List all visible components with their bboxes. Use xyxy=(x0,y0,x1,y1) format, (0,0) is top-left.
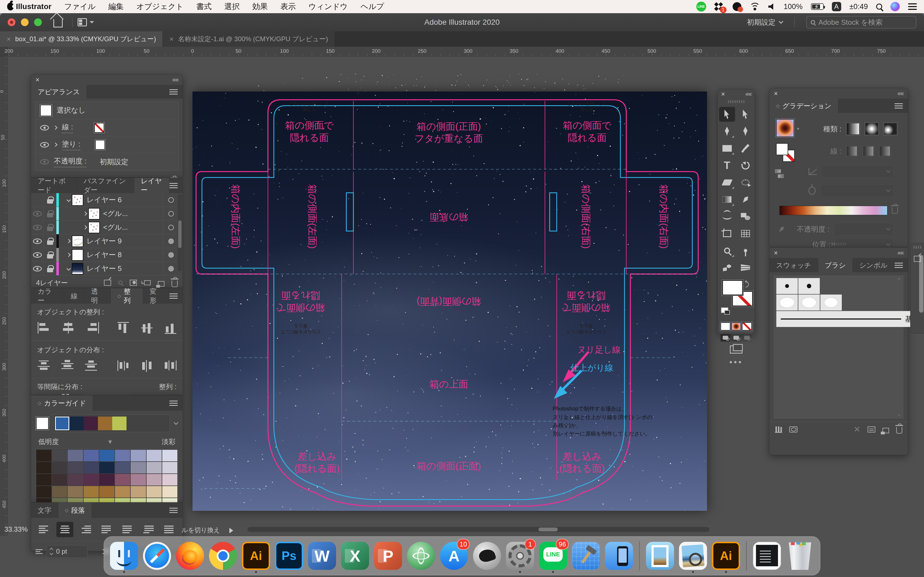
variation-swatch-1-2[interactable] xyxy=(68,462,83,474)
perspective-grid-tool[interactable] xyxy=(738,226,753,241)
battery-icon[interactable]: ⚡ xyxy=(811,3,824,10)
delete-stop-icon[interactable] xyxy=(892,207,898,214)
powerpoint-dock-icon[interactable]: P xyxy=(373,539,402,572)
direct-selection-tool[interactable] xyxy=(738,107,753,122)
safari-dock-icon[interactable] xyxy=(142,539,171,572)
layer-thumbnail[interactable] xyxy=(72,263,83,274)
variation-swatch-2-0[interactable] xyxy=(36,474,52,485)
variation-swatch-0-1[interactable] xyxy=(52,450,67,461)
gradient-menu-chevron[interactable]: ▾ xyxy=(797,126,799,131)
tab-artboards[interactable]: アートボード xyxy=(31,178,77,193)
variation-swatch-2-8[interactable] xyxy=(162,474,178,485)
stroke-none-swatch[interactable] xyxy=(94,123,104,133)
layer-target-icon[interactable] xyxy=(168,239,174,244)
menu-item-5[interactable]: 選択 xyxy=(225,2,240,12)
layer-lock-icon[interactable] xyxy=(47,199,53,204)
vertical-scrollbar[interactable] xyxy=(919,255,924,313)
menu-item-8[interactable]: ウィンドウ xyxy=(309,2,348,12)
vertical-ruler[interactable]: 050100150200250300350400450 xyxy=(0,56,8,536)
layer-target-icon[interactable] xyxy=(168,225,174,230)
wifi-icon[interactable] xyxy=(750,3,760,10)
variation-swatch-1-5[interactable] xyxy=(115,462,130,474)
layer-thumbnail[interactable] xyxy=(88,222,100,233)
harmony-rules-chevron[interactable] xyxy=(174,421,178,425)
adobe-stock-search-input[interactable]: Adobe Stock を検索 xyxy=(806,16,916,29)
zoom-window-button[interactable] xyxy=(34,18,42,26)
document-window-dock-icon[interactable] xyxy=(753,539,782,572)
symbol-tool[interactable] xyxy=(719,260,735,275)
distribute-bottom-icon[interactable] xyxy=(84,359,100,372)
tab-変形[interactable]: 変形 xyxy=(143,288,170,304)
layer-visibility-eye-icon[interactable] xyxy=(33,252,42,258)
paintbrush-tool[interactable] xyxy=(738,141,753,156)
brush-libraries-icon[interactable] xyxy=(775,426,782,433)
variation-swatch-3-4[interactable] xyxy=(99,486,115,498)
variation-swatch-1-3[interactable] xyxy=(84,462,99,474)
panel-menu-icon[interactable] xyxy=(170,288,183,304)
variation-swatch-2-3[interactable] xyxy=(84,474,99,485)
stroke-along-button[interactable] xyxy=(863,145,874,157)
spotlight-icon[interactable] xyxy=(876,3,882,10)
variation-swatch-0-2[interactable] xyxy=(68,450,83,461)
draw-normal-mode[interactable] xyxy=(720,334,730,342)
edit-toolbar-icon[interactable]: ••• xyxy=(718,355,754,370)
variation-swatch-0-3[interactable] xyxy=(84,450,99,461)
mail-dock-icon[interactable] xyxy=(645,539,675,572)
menu-item-7[interactable]: 表示 xyxy=(281,2,296,12)
stroke-across-button[interactable] xyxy=(879,145,891,157)
layer-target-icon[interactable] xyxy=(168,197,174,203)
harmony-colors-strip[interactable] xyxy=(53,414,170,432)
stroke-within-button[interactable] xyxy=(846,145,858,157)
fill-swatch[interactable] xyxy=(722,280,743,295)
reverse-gradient-icon[interactable] xyxy=(775,169,784,178)
new-sublayer-icon[interactable] xyxy=(144,280,151,285)
minimize-window-button[interactable] xyxy=(21,18,29,26)
tab-gradient[interactable]: ◇グラデーション xyxy=(769,98,838,113)
align-vcenter-icon[interactable] xyxy=(140,321,155,335)
collapse-panel-icon[interactable]: «« xyxy=(897,90,903,97)
arrange-documents-icon[interactable] xyxy=(78,18,87,26)
line-menubar-icon[interactable]: LINE xyxy=(696,2,706,11)
distribute-hcenter-icon[interactable] xyxy=(140,359,155,372)
artboard-tool[interactable] xyxy=(719,226,735,241)
selection-tool[interactable] xyxy=(719,107,735,122)
collapse-panel-icon[interactable]: «« xyxy=(745,90,751,98)
aspect-ratio-field[interactable] xyxy=(820,184,893,197)
workspace-switcher[interactable]: 初期設定 xyxy=(747,18,783,27)
layer-row-3[interactable]: レイヤー 9 xyxy=(31,234,183,248)
menubar-clock[interactable]: ±0:49 xyxy=(850,2,868,11)
variation-swatch-0-8[interactable] xyxy=(162,450,178,461)
tab-整列[interactable]: ◇整列 xyxy=(111,288,143,304)
next-artboard-icon[interactable] xyxy=(229,528,236,533)
distribute-right-icon[interactable] xyxy=(164,359,179,372)
align-top-icon[interactable] xyxy=(116,321,132,335)
harmony-color-2[interactable] xyxy=(84,417,98,430)
gradient-slider[interactable] xyxy=(779,206,887,215)
horizontal-scrollbar[interactable] xyxy=(247,527,709,532)
brush-ellipse-2[interactable] xyxy=(820,295,842,311)
variation-swatch-2-5[interactable] xyxy=(115,474,130,485)
locate-object-icon[interactable] xyxy=(118,280,123,285)
orca-utility-dock-icon[interactable] xyxy=(472,539,502,572)
tab-カラー[interactable]: カラー xyxy=(31,288,64,304)
layer-expand-chevron[interactable] xyxy=(66,266,71,271)
close-tab-icon[interactable]: × xyxy=(6,35,11,44)
left-indent-field[interactable]: 0 pt xyxy=(47,545,88,558)
trash-dock-icon[interactable] xyxy=(785,539,814,572)
variation-swatch-0-6[interactable] xyxy=(131,450,146,461)
tab-layers[interactable]: レイヤー xyxy=(134,178,170,193)
notification-center-icon[interactable] xyxy=(908,3,917,10)
make-clipping-mask-icon[interactable] xyxy=(130,280,137,286)
color-button[interactable] xyxy=(720,322,730,330)
menu-item-1[interactable]: ファイル xyxy=(64,2,96,12)
layer-thumbnail[interactable] xyxy=(72,235,83,247)
layer-visibility-eye-icon[interactable] xyxy=(33,239,42,244)
variation-swatch-3-6[interactable] xyxy=(131,486,146,498)
rotate-tool[interactable] xyxy=(738,158,753,173)
layer-row-5[interactable]: レイヤー 5 xyxy=(31,262,183,276)
harmony-color-0[interactable] xyxy=(55,417,69,430)
document-tab-0[interactable]: ×box_01.ai* @ 33.33% (CMYK/GPU プレビュー) xyxy=(0,31,163,47)
home-icon[interactable] xyxy=(53,19,63,27)
layer-visibility-eye-icon[interactable] xyxy=(33,211,42,216)
variation-swatch-3-8[interactable] xyxy=(162,486,178,498)
